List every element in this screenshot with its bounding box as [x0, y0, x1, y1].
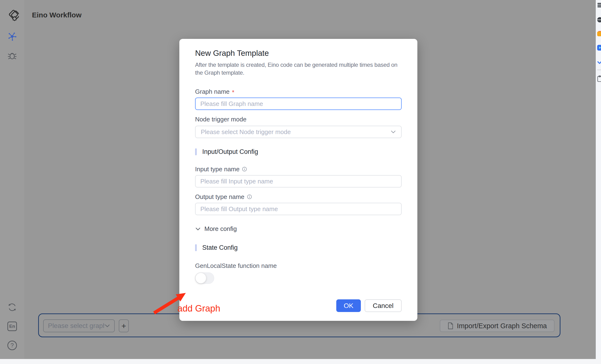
input-type-name-label-text: Input type name	[195, 166, 240, 173]
input-type-name-input[interactable]	[195, 175, 402, 187]
ok-button[interactable]: OK	[336, 299, 361, 312]
graph-select[interactable]: Please select graph	[43, 319, 115, 332]
node-trigger-mode-label-text: Node trigger mode	[195, 116, 246, 123]
cancel-button[interactable]: Cancel	[365, 299, 402, 312]
rail-bookmark-icon-check[interactable]	[597, 59, 601, 64]
sidebar-item-workflow[interactable]	[7, 31, 17, 41]
chevron-down-icon	[391, 130, 396, 134]
output-type-name-label: Output type name	[195, 193, 402, 200]
page: Eino Workflow	[0, 0, 601, 364]
section-accent-bar	[195, 148, 197, 155]
modal-description: After the template is created, Eino code…	[195, 61, 405, 77]
rail-bookmark-icon-clipboard[interactable]	[597, 75, 601, 82]
io-config-section-title: Input/Output Config	[202, 148, 258, 155]
gen-local-state-label-text: GenLocalState function name	[195, 262, 277, 269]
more-config-toggle[interactable]: More config	[195, 225, 402, 233]
rail-divider	[597, 70, 601, 70]
graph-name-label-text: Graph name	[195, 88, 230, 95]
io-config-section-header: Input/Output Config	[195, 148, 402, 155]
modal-title: New Graph Template	[195, 48, 402, 58]
graph-select-placeholder: Please select graph	[48, 322, 105, 330]
required-asterisk: *	[232, 89, 234, 96]
rail-bookmark-icon-circle[interactable]	[597, 17, 601, 22]
refresh-icon	[7, 302, 17, 312]
add-graph-button[interactable]: +	[119, 319, 129, 332]
state-config-section-title: State Config	[202, 244, 238, 252]
app-title: Eino Workflow	[32, 11, 81, 19]
new-graph-template-modal: New Graph Template After the template is…	[179, 39, 417, 321]
workflow-graph-icon	[7, 31, 17, 41]
import-export-label: Import/Export Graph Schema	[457, 322, 547, 330]
bug-icon	[7, 51, 17, 61]
annotation-label: add Graph	[177, 303, 220, 314]
input-type-name-label: Input type name	[195, 166, 402, 173]
graph-name-input[interactable]	[195, 98, 402, 110]
rail-bookmark-icon-coins[interactable]	[597, 2, 601, 9]
node-trigger-mode-select[interactable]: Please select Node trigger mode	[195, 126, 402, 138]
chevron-down-icon	[195, 227, 201, 231]
state-config-section-header: State Config	[195, 244, 402, 252]
rail-bookmark-icon-orange[interactable]	[597, 31, 601, 36]
info-icon[interactable]	[247, 194, 252, 199]
info-icon[interactable]	[242, 166, 247, 172]
modal-footer: OK Cancel	[336, 299, 402, 312]
app-logo-icon	[6, 9, 19, 22]
gen-local-state-label: GenLocalState function name	[195, 262, 402, 269]
node-trigger-mode-label: Node trigger mode	[195, 116, 402, 123]
right-rail	[596, 0, 601, 359]
sidebar-item-help[interactable]: ?	[7, 341, 17, 350]
sidebar-item-refresh[interactable]	[7, 302, 17, 313]
sidebar-item-debug[interactable]	[7, 50, 17, 61]
section-accent-bar	[195, 244, 197, 251]
gen-local-state-toggle[interactable]	[195, 273, 214, 284]
node-trigger-mode-placeholder: Please select Node trigger mode	[201, 128, 391, 136]
sidebar-item-language[interactable]: En	[7, 322, 17, 331]
graph-name-label: Graph name*	[195, 88, 402, 95]
more-config-label: More config	[204, 225, 237, 233]
output-type-name-input[interactable]	[195, 203, 402, 215]
rail-bookmark-icon-blue-app[interactable]	[597, 45, 601, 51]
chevron-down-icon	[105, 324, 110, 327]
output-type-name-label-text: Output type name	[195, 193, 244, 200]
import-export-button[interactable]: Import/Export Graph Schema	[440, 320, 554, 332]
file-icon	[447, 322, 454, 329]
bottom-strip	[0, 359, 601, 364]
toggle-knob	[196, 273, 206, 283]
